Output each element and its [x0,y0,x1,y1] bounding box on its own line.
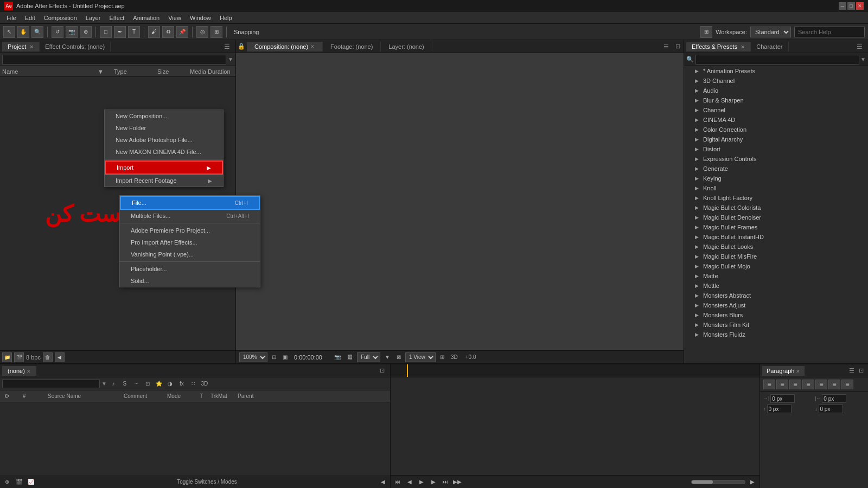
justify-right-btn[interactable]: ≡ [828,380,840,389]
effect-mb-instanthd[interactable]: ▶ Magic Bullet InstantHD [684,232,868,242]
justify-center-btn[interactable]: ≡ [815,380,827,389]
ctx-import-recent[interactable]: Import Recent Footage ▶ [105,175,223,187]
zoom-tool[interactable]: 🔍 [31,26,43,38]
select-tool[interactable]: ↖ [3,26,15,38]
effect-mb-frames[interactable]: ▶ Magic Bullet Frames [684,222,868,232]
tl-comp-marker-btn[interactable]: 🎬 [14,477,24,486]
effect-color-correction[interactable]: ▶ Color Correction [684,125,868,134]
composition-tab[interactable]: Composition: (none) ✕ [247,42,323,52]
workspace-selector[interactable]: Standard [750,27,791,37]
justify-left-btn[interactable]: ≡ [802,380,814,389]
text-tool[interactable]: T [128,26,140,38]
align-center-btn[interactable]: ≡ [776,380,788,389]
brush-tool[interactable]: 🖌 [148,26,160,38]
tl-frame-blend-btn[interactable]: ∷ [188,379,198,389]
import-placeholder[interactable]: Placeholder... [120,263,260,275]
menu-layer[interactable]: Layer [81,14,105,22]
effect-cinema4d[interactable]: ▶ CINEMA 4D [684,115,868,125]
ctx-new-photoshop[interactable]: New Adobe Photoshop File... [105,134,223,146]
effects-tab[interactable]: Effects & Presets ✕ [686,42,751,52]
tl-add-marker-btn[interactable]: ⊕ [2,477,12,486]
shape-tool[interactable]: □ [100,26,112,38]
new-folder-button[interactable]: 📁 [2,352,12,362]
effect-knoll[interactable]: ▶ Knoll [684,183,868,193]
effect-distort[interactable]: ▶ Distort [684,144,868,154]
ctx-import[interactable]: Import ▶ [105,160,223,175]
view-selector[interactable]: 1 View [405,352,436,362]
effect-mb-colorista[interactable]: ▶ Magic Bullet Colorista [684,203,868,213]
tl-scroll-end-btn[interactable]: ▶ [748,477,757,487]
menu-animation[interactable]: Animation [129,14,164,22]
new-comp-button[interactable]: 🎬 [14,352,24,362]
tl-solo-btn[interactable]: S [120,379,130,389]
effect-3d-channel[interactable]: ▶ 3D Channel [684,76,868,86]
tl-scroll-prev-btn[interactable]: ◀ [378,477,388,486]
tl-next-frame-btn[interactable]: ▶ [429,477,438,487]
effect-monsters-adjust[interactable]: ▶ Monsters Adjust [684,300,868,310]
space-before-input[interactable] [767,404,792,413]
effects-search-input[interactable] [695,55,859,65]
effect-controls-tab[interactable]: Effect Controls: (none) [40,42,111,52]
anchor-tool[interactable]: ⊕ [80,26,92,38]
quality-selector[interactable]: Full [357,352,380,362]
effects-tab-close[interactable]: ✕ [741,44,745,50]
effect-expression-controls[interactable]: ▶ Expression Controls [684,154,868,164]
tl-goto-start-btn[interactable]: ⏮ [393,477,403,487]
window-controls[interactable]: ─ □ ✕ [839,2,864,10]
tl-audio-btn[interactable]: ♪ [108,379,118,389]
tl-rasterize-btn[interactable]: ⭐ [154,379,164,389]
effect-keying[interactable]: ▶ Keying [684,174,868,183]
close-button[interactable]: ✕ [856,2,864,10]
menu-window[interactable]: Window [186,14,215,22]
timeline-zoom-slider[interactable] [691,480,745,484]
ctx-new-cinema4d[interactable]: New MAXON CINEMA 4D File... [105,146,223,158]
justify-all-btn[interactable]: ≡ [841,380,853,389]
fit-btn[interactable]: ⊡ [270,354,278,360]
timeline-search-input[interactable] [2,380,100,388]
effect-monsters-fluidz[interactable]: ▶ Monsters Fluidz [684,330,868,339]
import-premiere[interactable]: Adobe Premiere Pro Project... [120,224,260,236]
timeline-search-dropdown[interactable]: ▼ [101,381,107,387]
timeline-tab-close[interactable]: ✕ [27,369,31,374]
project-tab-close[interactable]: ✕ [29,44,34,50]
effect-blur-sharpen[interactable]: ▶ Blur & Sharpen [684,95,868,105]
transparency-btn[interactable]: ⊠ [394,354,403,360]
para-undock-btn[interactable]: ⊡ [857,367,866,374]
import-pro-import[interactable]: Pro Import After Effects... [120,236,260,248]
tl-collapse-btn[interactable]: ⊡ [143,379,152,389]
effect-generate[interactable]: ▶ Generate [684,164,868,174]
effect-knoll-light-factory[interactable]: ▶ Knoll Light Factory [684,193,868,203]
effect-animation-presets[interactable]: ▶ * Animation Presets [684,66,868,76]
effect-mb-mojo[interactable]: ▶ Magic Bullet Mojo [684,261,868,271]
tl-prev-frame-btn[interactable]: ◀ [405,477,414,487]
menu-effect[interactable]: Effect [105,14,129,22]
effects-panel-menu[interactable]: ☰ [853,43,866,50]
effect-digital-anarchy[interactable]: ▶ Digital Anarchy [684,134,868,144]
tl-graph-editor-btn[interactable]: 📈 [26,477,36,486]
hand-tool[interactable]: ✋ [17,26,29,38]
menu-edit[interactable]: Edit [21,14,40,22]
para-tab-close[interactable]: ✕ [796,369,800,374]
effect-monsters-film-kit[interactable]: ▶ Monsters Film Kit [684,320,868,330]
tl-effects-btn[interactable]: fx [177,379,187,389]
effect-monsters-abstract[interactable]: ▶ Monsters Abstract [684,291,868,300]
ctx-new-folder[interactable]: New Folder [105,122,223,134]
panel-menu-button[interactable]: ☰ [221,43,233,50]
trash-button[interactable]: 🗑 [43,352,53,362]
tl-play-btn[interactable]: ▶ [417,477,426,487]
tl-ram-preview-btn[interactable]: ▶▶ [452,477,462,487]
import-file[interactable]: File... Ctrl+I [120,196,260,210]
effect-mettle[interactable]: ▶ Mettle [684,281,868,291]
project-tab[interactable]: Project ✕ [2,42,40,52]
region-btn[interactable]: ▣ [280,354,290,360]
menu-composition[interactable]: Composition [40,14,81,22]
snapshot-btn[interactable]: 📷 [332,354,343,360]
show-snapshot-btn[interactable]: 🖼 [345,354,355,360]
effect-mb-denoiser[interactable]: ▶ Magic Bullet Denoiser [684,213,868,222]
import-vanishing-point[interactable]: Vanishing Point (.vpe)... [120,248,260,260]
para-menu-btn[interactable]: ☰ [847,367,857,374]
import-solid[interactable]: Solid... [120,275,260,287]
camera-tool[interactable]: 📷 [66,26,78,38]
timeline-tab-none[interactable]: (none) ✕ [2,366,36,376]
maximize-button[interactable]: □ [847,2,855,10]
